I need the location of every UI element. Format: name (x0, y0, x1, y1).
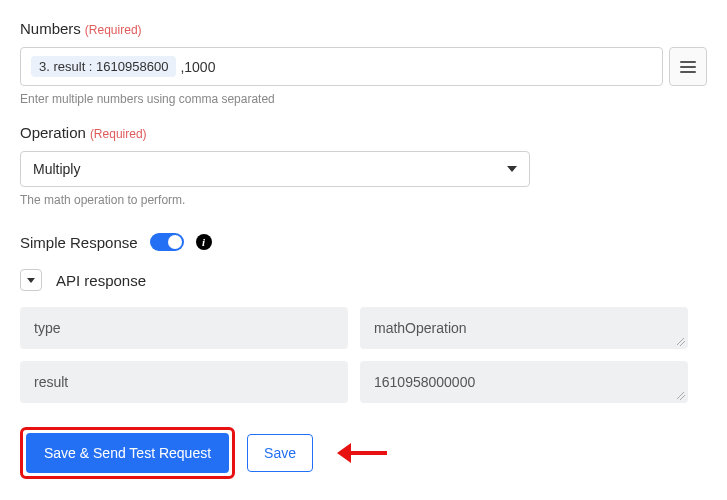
api-response-header: API response (20, 269, 707, 291)
save-button[interactable]: Save (247, 434, 313, 472)
numbers-label: Numbers (Required) (20, 20, 707, 37)
api-response-toggle[interactable] (20, 269, 42, 291)
numbers-help: Enter multiple numbers using comma separ… (20, 92, 707, 106)
arrow-annotation (337, 443, 387, 463)
api-response-label: API response (56, 272, 146, 289)
numbers-options-button[interactable] (669, 47, 707, 86)
actions-row: Save & Send Test Request Save (20, 427, 707, 479)
simple-response-toggle[interactable] (150, 233, 184, 251)
required-marker: (Required) (85, 23, 142, 37)
numbers-input-text: ,1000 (180, 59, 215, 75)
operation-label-text: Operation (20, 124, 86, 141)
save-send-test-button[interactable]: Save & Send Test Request (26, 433, 229, 473)
numbers-field: Numbers (Required) 3. result : 161095860… (20, 20, 707, 106)
simple-response-row: Simple Response i (20, 233, 707, 251)
api-response-grid: type mathOperation result 1610958000000 (20, 307, 688, 403)
hamburger-icon (680, 61, 696, 73)
operation-label: Operation (Required) (20, 124, 707, 141)
arrow-line (345, 451, 387, 455)
numbers-input[interactable]: 3. result : 1610958600 ,1000 (20, 47, 663, 86)
required-marker: (Required) (90, 127, 147, 141)
caret-down-icon (507, 166, 517, 172)
numbers-input-row: 3. result : 1610958600 ,1000 (20, 47, 707, 86)
operation-field: Operation (Required) Multiply The math o… (20, 124, 707, 207)
highlight-annotation: Save & Send Test Request (20, 427, 235, 479)
simple-response-label: Simple Response (20, 234, 138, 251)
info-icon[interactable]: i (196, 234, 212, 250)
operation-value: Multiply (33, 161, 80, 177)
chevron-down-icon (27, 278, 35, 283)
operation-help: The math operation to perform. (20, 193, 707, 207)
response-value[interactable]: 1610958000000 (360, 361, 688, 403)
numbers-label-text: Numbers (20, 20, 81, 37)
response-key[interactable]: type (20, 307, 348, 349)
operation-select[interactable]: Multiply (20, 151, 530, 187)
variable-pill[interactable]: 3. result : 1610958600 (31, 56, 176, 77)
response-key[interactable]: result (20, 361, 348, 403)
response-value[interactable]: mathOperation (360, 307, 688, 349)
